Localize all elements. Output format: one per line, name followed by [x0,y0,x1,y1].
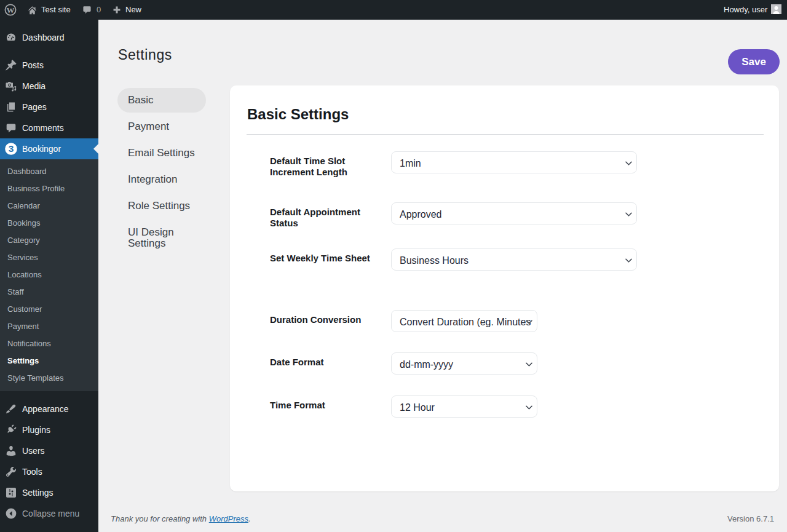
svg-text:3: 3 [9,143,14,154]
svg-text:W: W [7,6,15,15]
